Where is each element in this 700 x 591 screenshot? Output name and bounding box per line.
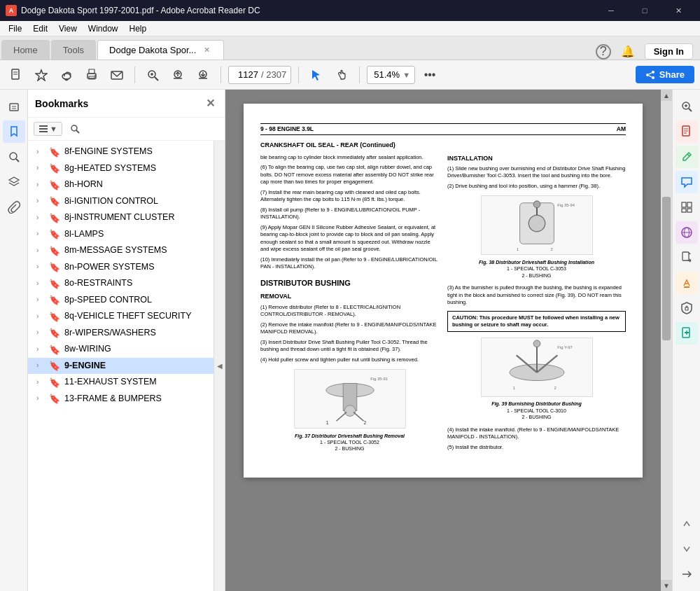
help-icon[interactable]: ? [596,44,611,60]
right-expand-icon[interactable] [676,563,698,585]
list-item-selected[interactable]: › 🔖 9-ENGINE [28,358,214,375]
expand-arrow-icon: › [36,328,46,338]
menu-window[interactable]: Window [83,22,124,35]
right-protect-icon[interactable] [676,297,698,319]
list-item[interactable]: › 🔖 8r-WIPERS/WASHERS [28,325,214,342]
right-reduce-icon[interactable] [676,322,698,345]
email-button[interactable] [106,65,127,85]
new-file-button[interactable] [6,65,27,85]
list-item[interactable]: › 🔖 8f-ENGINE SYSTEMS [28,144,214,160]
panel-search-icon[interactable] [3,146,25,168]
panel-layers-icon[interactable] [3,171,25,193]
list-item[interactable]: › 🔖 8i-IGNITION CONTROL [28,193,214,210]
right-zoom-icon[interactable] [676,95,698,118]
right-comment-icon[interactable] [676,171,698,193]
app-icon: A [6,5,17,16]
panel-paperclip-icon[interactable] [3,196,25,218]
tab-home[interactable]: Home [1,40,50,60]
hand-tool-button[interactable] [331,65,352,85]
list-item[interactable]: › 🔖 8m-MESSAGE SYSTEMS [28,242,214,259]
sign-in-button[interactable]: Sign In [645,43,693,60]
close-button[interactable]: ✕ [662,0,694,21]
menu-help[interactable]: Help [124,22,153,35]
window-title: Dodge Dakota Sport 1997-2001.pdf - Adobe… [21,6,595,15]
pdf-para-4: (8) Install oil pump (Refer to 9 - ENGIN… [260,207,439,221]
bookmark-icon: 🔖 [49,377,60,388]
print-button[interactable] [81,65,102,85]
list-item[interactable]: › 🔖 8o-RESTRAINTS [28,275,214,292]
right-scroll-down-icon[interactable] [676,538,698,560]
list-item[interactable]: › 🔖 8j-INSTRUMENT CLUSTER [28,209,214,226]
right-scroll-up-icon[interactable] [676,513,698,535]
tab-document[interactable]: Dodge Dakota Spor... ✕ [97,40,224,60]
bell-icon[interactable]: 🔔 [621,45,635,58]
bookmark-label: 8q-VEHICLE THEFT SECURITY [64,310,208,323]
download-toolbar-button[interactable] [192,65,214,85]
pdf-caution-box: CAUTION: This procedure MUST be followed… [447,311,626,332]
bookmarks-search-button[interactable] [65,120,85,137]
pdf-scroll-container[interactable]: 9 - 98 ENGINE 3.9L AM CRANKSHAFT OIL SEA… [225,90,672,591]
cursor-tool-button[interactable] [306,65,327,85]
right-export-pdf-icon[interactable] [676,246,698,269]
right-document-icon[interactable] [676,120,698,143]
svg-rect-79 [682,252,689,260]
list-item[interactable]: › 🔖 8w-WIRING [28,341,214,358]
page-number-input[interactable] [233,69,258,80]
menu-bar: File Edit View Window Help [0,21,700,36]
pdf-fig37-caption: Fig. 37 Distributor Driveshaft Bushing R… [260,433,439,439]
svg-text:2: 2 [554,386,556,390]
pdf-section-crankshaft: CRANKSHAFT OIL SEAL - REAR (Continued) [260,141,626,149]
panel-home-icon[interactable] [3,95,25,118]
bookmark-label: 8w-WIRING [64,343,208,356]
title-bar: A Dodge Dakota Sport 1997-2001.pdf - Ado… [0,0,700,21]
svg-text:1: 1 [516,247,518,251]
bookmarks-close-button[interactable]: ✕ [203,95,218,111]
list-item[interactable]: › 🔖 8g-HEATED SYSTEMS [28,160,214,177]
zoom-input[interactable] [372,69,400,80]
right-highlight-icon[interactable] [676,272,698,294]
tab-close-button[interactable]: ✕ [202,45,212,55]
menu-file[interactable]: File [3,22,27,35]
cloud-button[interactable] [56,65,77,85]
right-translate-icon[interactable] [676,221,698,244]
pdf-left-column: ble bearing cap to cylinder block immedi… [260,154,439,458]
list-item[interactable]: › 🔖 8p-SPEED CONTROL [28,292,214,309]
right-organize-icon[interactable] [676,196,698,218]
more-options-button[interactable]: ••• [419,65,440,85]
scroll-up-button[interactable]: ▲ [661,90,672,101]
list-item[interactable]: › 🔖 8l-LAMPS [28,226,214,243]
scroll-down-button[interactable]: ▼ [661,580,672,591]
maximize-button[interactable]: □ [629,0,661,21]
minimize-button[interactable]: ─ [595,0,627,21]
list-item[interactable]: › 🔖 8q-VEHICLE THEFT SECURITY [28,308,214,325]
menu-view[interactable]: View [53,22,83,35]
right-edit-icon[interactable] [676,146,698,168]
bookmark-label: 8h-HORN [64,179,208,191]
bookmark-label: 8i-IGNITION CONTROL [64,195,208,208]
panel-collapse-button[interactable]: ◀ [214,141,225,591]
bookmarks-panel: Bookmarks ✕ ▼ › 🔖 8f-ENGINE SYSTEMS › [28,90,225,591]
pdf-scrollbar-y[interactable]: ▲ ▼ [661,90,672,591]
svg-line-28 [649,76,652,77]
scroll-thumb[interactable] [662,197,671,340]
svg-point-38 [71,125,77,131]
list-item[interactable]: › 🔖 13-FRAME & BUMPERS [28,391,214,408]
menu-edit[interactable]: Edit [27,22,53,35]
bookmarks-list-view-button[interactable]: ▼ [34,122,62,136]
zoom-button[interactable] [142,65,163,85]
list-item[interactable]: › 🔖 11-EXHAUST SYSTEM [28,374,214,391]
share-button[interactable]: Share [636,66,694,83]
tab-bar: Home Tools Dodge Dakota Spor... ✕ ? 🔔 Si… [0,36,700,60]
tab-tools-label: Tools [63,45,84,55]
list-item[interactable]: › 🔖 8h-HORN [28,176,214,193]
tab-tools[interactable]: Tools [51,40,96,60]
bookmark-star-button[interactable] [31,65,52,85]
pdf-para-2: (6) To align the bearing cap, use two ca… [260,164,439,186]
pdf-content-layout: ble bearing cap to cylinder block immedi… [260,154,626,458]
panel-bookmarks-icon[interactable] [3,120,25,143]
upload-button[interactable] [167,65,188,85]
pdf-fig38-legend: 1 - SPECIAL TOOL C-30532 - BUSHING [447,265,626,279]
list-item[interactable]: › 🔖 8n-POWER SYSTEMS [28,259,214,276]
zoom-dropdown-icon[interactable]: ▼ [402,71,410,79]
pdf-viewer-area[interactable]: 9 - 98 ENGINE 3.9L AM CRANKSHAFT OIL SEA… [225,90,672,591]
